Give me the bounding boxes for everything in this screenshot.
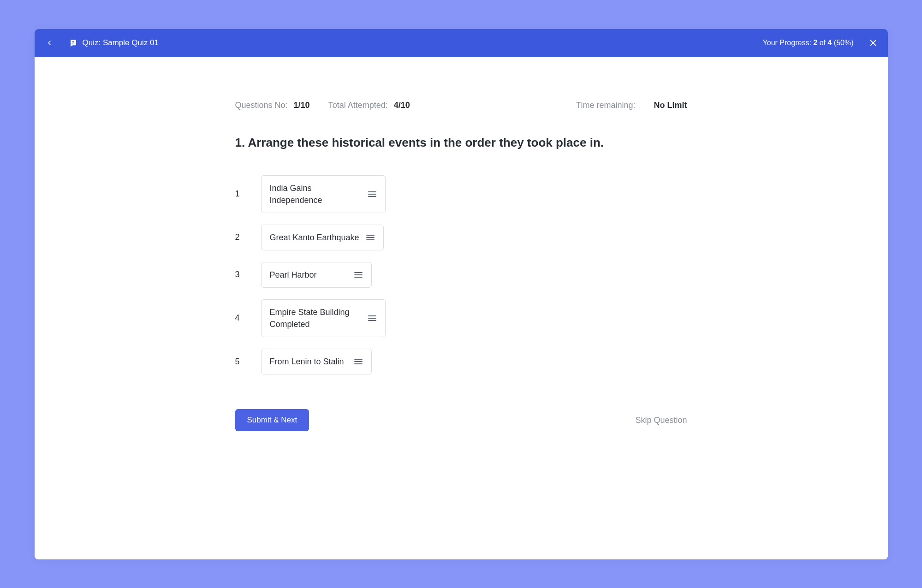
content-inner: Questions No: 1/10 Total Attempted: 4/10…	[235, 101, 687, 541]
drag-handle-icon[interactable]	[368, 314, 377, 323]
quiz-title-wrap: ? Quiz: Sample Quiz 01	[69, 38, 159, 48]
order-row: 4 Empire State Building Completed	[235, 299, 687, 337]
topbar-left: ? Quiz: Sample Quiz 01	[44, 37, 159, 48]
order-card-label: Great Kanto Earthquake	[270, 232, 366, 244]
question-text: 1. Arrange these historical events in th…	[235, 136, 687, 150]
drag-handle-icon[interactable]	[354, 270, 363, 279]
order-list: 1 India Gains Independence 2 Great Kanto…	[235, 175, 687, 375]
order-number: 5	[235, 357, 243, 367]
question-no-value: 1/10	[294, 101, 310, 110]
order-card-label: Pearl Harbor	[270, 269, 323, 281]
time-remaining-label: Time remaining:	[576, 101, 635, 110]
progress-of: of	[820, 39, 826, 47]
order-number: 2	[235, 232, 243, 242]
content-area: Questions No: 1/10 Total Attempted: 4/10…	[35, 57, 888, 559]
order-card[interactable]: Great Kanto Earthquake	[261, 225, 384, 250]
close-icon	[869, 39, 877, 47]
topbar: ? Quiz: Sample Quiz 01 Your Progress: 2 …	[35, 29, 888, 57]
svg-text:?: ?	[71, 40, 74, 44]
order-card[interactable]: India Gains Independence	[261, 175, 386, 213]
order-card[interactable]: From Lenin to Stalin	[261, 349, 372, 374]
quiz-icon: ?	[69, 38, 78, 48]
total-attempted: Total Attempted: 4/10	[328, 101, 410, 110]
total-attempted-label: Total Attempted:	[328, 101, 388, 110]
order-card-label: From Lenin to Stalin	[270, 356, 351, 368]
progress-total: 4	[827, 39, 832, 47]
order-row: 2 Great Kanto Earthquake	[235, 225, 687, 250]
progress-indicator: Your Progress: 2 of 4 (50%)	[763, 39, 854, 47]
back-button[interactable]	[44, 37, 55, 48]
chevron-left-icon	[46, 39, 53, 47]
close-button[interactable]	[868, 37, 879, 48]
order-card-label: India Gains Independence	[270, 182, 368, 206]
order-card[interactable]: Pearl Harbor	[261, 262, 372, 288]
question-no: Questions No: 1/10	[235, 101, 310, 110]
progress-pct: (50%)	[834, 39, 854, 47]
order-number: 3	[235, 270, 243, 279]
time-remaining: Time remaining: No Limit	[576, 101, 687, 110]
total-attempted-value: 4/10	[394, 101, 410, 110]
order-number: 4	[235, 313, 243, 323]
meta-row: Questions No: 1/10 Total Attempted: 4/10…	[235, 101, 687, 110]
progress-current: 2	[813, 39, 817, 47]
drag-handle-icon[interactable]	[368, 190, 377, 199]
order-card-label: Empire State Building Completed	[270, 306, 368, 330]
submit-next-button[interactable]: Submit & Next	[235, 409, 309, 431]
order-row: 1 India Gains Independence	[235, 175, 687, 213]
progress-label: Your Progress:	[763, 39, 811, 47]
drag-handle-icon[interactable]	[366, 233, 375, 242]
order-row: 5 From Lenin to Stalin	[235, 349, 687, 374]
actions-row: Submit & Next Skip Question	[235, 409, 687, 431]
time-remaining-value: No Limit	[654, 101, 687, 110]
order-row: 3 Pearl Harbor	[235, 262, 687, 288]
question-no-label: Questions No:	[235, 101, 288, 110]
order-number: 1	[235, 189, 243, 199]
skip-question-link[interactable]: Skip Question	[635, 416, 687, 425]
topbar-right: Your Progress: 2 of 4 (50%)	[763, 37, 879, 48]
quiz-title: Quiz: Sample Quiz 01	[83, 38, 159, 48]
app-frame: ? Quiz: Sample Quiz 01 Your Progress: 2 …	[35, 29, 888, 559]
drag-handle-icon[interactable]	[354, 357, 363, 366]
order-card[interactable]: Empire State Building Completed	[261, 299, 386, 337]
